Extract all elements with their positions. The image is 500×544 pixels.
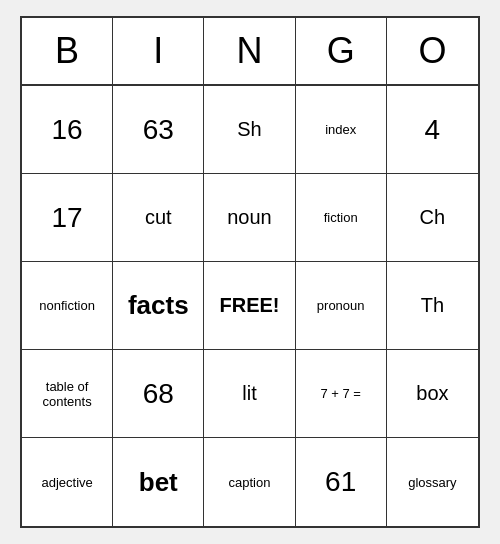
bingo-cell-6: cut xyxy=(113,174,204,262)
bingo-cell-23: 61 xyxy=(296,438,387,526)
bingo-cell-8: fiction xyxy=(296,174,387,262)
bingo-cell-16: 68 xyxy=(113,350,204,438)
bingo-cell-5: 17 xyxy=(22,174,113,262)
bingo-cell-18: 7 + 7 = xyxy=(296,350,387,438)
bingo-grid: 1663Shindex417cutnounfictionChnonfiction… xyxy=(22,86,478,526)
bingo-header: BINGO xyxy=(22,18,478,86)
bingo-cell-2: Sh xyxy=(204,86,295,174)
header-letter-b: B xyxy=(22,18,113,84)
bingo-cell-19: box xyxy=(387,350,478,438)
bingo-cell-14: Th xyxy=(387,262,478,350)
bingo-cell-9: Ch xyxy=(387,174,478,262)
bingo-cell-11: facts xyxy=(113,262,204,350)
bingo-cell-4: 4 xyxy=(387,86,478,174)
header-letter-n: N xyxy=(204,18,295,84)
bingo-cell-24: glossary xyxy=(387,438,478,526)
bingo-cell-15: table of contents xyxy=(22,350,113,438)
bingo-card: BINGO 1663Shindex417cutnounfictionChnonf… xyxy=(20,16,480,528)
bingo-cell-0: 16 xyxy=(22,86,113,174)
bingo-cell-1: 63 xyxy=(113,86,204,174)
bingo-cell-7: noun xyxy=(204,174,295,262)
bingo-cell-17: lit xyxy=(204,350,295,438)
header-letter-i: I xyxy=(113,18,204,84)
bingo-cell-3: index xyxy=(296,86,387,174)
bingo-cell-21: bet xyxy=(113,438,204,526)
bingo-cell-12: FREE! xyxy=(204,262,295,350)
bingo-cell-22: caption xyxy=(204,438,295,526)
bingo-cell-13: pronoun xyxy=(296,262,387,350)
bingo-cell-10: nonfiction xyxy=(22,262,113,350)
header-letter-o: O xyxy=(387,18,478,84)
header-letter-g: G xyxy=(296,18,387,84)
bingo-cell-20: adjective xyxy=(22,438,113,526)
